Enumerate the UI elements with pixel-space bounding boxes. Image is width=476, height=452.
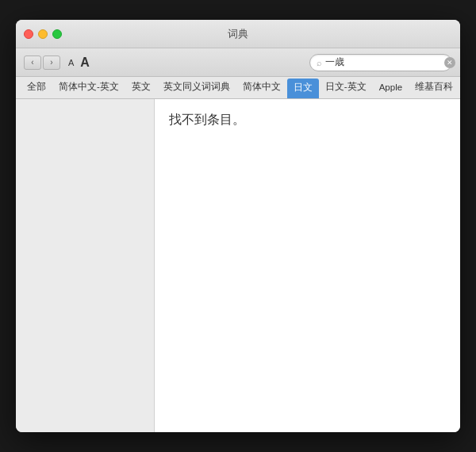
tab-ja[interactable]: 日文: [287, 79, 319, 98]
forward-button[interactable]: ›: [43, 56, 60, 70]
nav-buttons: ‹ ›: [24, 56, 60, 70]
minimize-button[interactable]: [38, 29, 48, 39]
tab-en-synonym[interactable]: 英文同义词词典: [157, 77, 236, 98]
content-area: 找不到条目。: [16, 99, 460, 432]
search-icon: ⌕: [317, 58, 322, 67]
tabbar: 全部简体中文-英文英文英文同义词词典简体中文日文日文-英文Apple维基百科: [16, 77, 460, 99]
search-input[interactable]: [325, 57, 444, 68]
close-button[interactable]: [24, 29, 33, 39]
toolbar: ‹ › A A ⌕ ✕: [16, 48, 460, 77]
back-button[interactable]: ‹: [24, 56, 41, 70]
search-clear-button[interactable]: ✕: [444, 57, 455, 68]
sidebar: [16, 99, 155, 432]
tab-ja-en[interactable]: 日文-英文: [319, 77, 373, 98]
main-panel: 找不到条目。: [155, 99, 460, 432]
tab-en[interactable]: 英文: [125, 77, 157, 98]
search-box: ⌕ ✕: [309, 54, 452, 71]
tab-apple[interactable]: Apple: [373, 77, 409, 98]
tab-zh-en[interactable]: 简体中文-英文: [52, 77, 125, 98]
font-increase-button[interactable]: A: [79, 55, 91, 71]
traffic-lights: [24, 29, 62, 39]
maximize-button[interactable]: [52, 29, 62, 39]
tab-wiki[interactable]: 维基百科: [409, 77, 459, 98]
tab-zh[interactable]: 简体中文: [236, 77, 287, 98]
font-decrease-button[interactable]: A: [67, 57, 75, 68]
no-result-text: 找不到条目。: [169, 112, 446, 128]
tab-all[interactable]: 全部: [21, 77, 52, 98]
font-size-controls: A A: [67, 55, 91, 71]
window-title: 词典: [228, 27, 248, 41]
titlebar: 词典: [16, 20, 460, 48]
app-window: 词典 ‹ › A A ⌕ ✕ 全部简体中文-英文英文英文同义词词典简体中文日文日…: [16, 20, 460, 432]
